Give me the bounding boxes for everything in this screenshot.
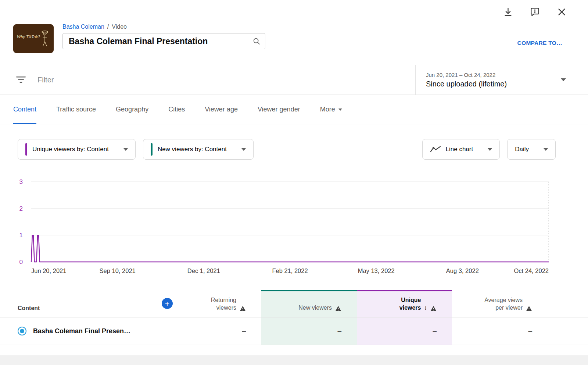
warning-icon [240, 306, 246, 311]
svg-text:May 13, 2022: May 13, 2022 [358, 267, 395, 274]
video-header: Why TikTok? Basha Coleman/Video Basha Co… [0, 24, 588, 65]
row-filler-cell [548, 317, 588, 345]
compare-to-button[interactable]: COMPARE TO… [517, 40, 562, 46]
content-table: Content+Returning viewersNew viewersUniq… [0, 290, 588, 345]
analytics-tabs: ContentTraffic sourceGeographyCitiesView… [0, 95, 588, 124]
video-search-value: Basha Coleman Final Presentation [69, 36, 208, 46]
granularity-dropdown[interactable]: Daily [507, 139, 556, 160]
tab-label: Viewer age [205, 106, 238, 113]
breadcrumb-separator: / [107, 24, 109, 30]
svg-text:Oct 24, 2022: Oct 24, 2022 [514, 267, 549, 274]
content-column-label: Content [18, 305, 40, 312]
tab-viewer-age[interactable]: Viewer age [205, 95, 238, 124]
tab-label: Geography [116, 106, 148, 113]
breadcrumb-channel-link[interactable]: Basha Coleman [62, 24, 104, 30]
warning-icon [526, 306, 532, 311]
bottom-strip [0, 345, 588, 365]
column-label: New viewers [298, 304, 332, 312]
column-header-avg-views-per-viewer[interactable]: Average views per viewer [452, 290, 548, 317]
svg-text:3: 3 [19, 178, 23, 185]
chart-controls: Unique viewers by: Content New viewers b… [18, 139, 556, 160]
date-range-selector[interactable]: Jun 20, 2021 – Oct 24, 2022 Since upload… [415, 65, 588, 95]
download-button[interactable] [503, 7, 513, 17]
search-icon [252, 37, 261, 45]
warning-icon [430, 306, 437, 311]
svg-text:Jun 20, 2021: Jun 20, 2021 [31, 267, 66, 274]
column-label: Average views per viewer [484, 296, 523, 312]
chevron-down-icon [338, 109, 342, 111]
tab-label: Cities [168, 106, 185, 113]
filter-input[interactable]: Filter [0, 65, 415, 95]
video-thumbnail[interactable]: Why TikTok? [13, 24, 54, 53]
filter-placeholder: Filter [37, 76, 54, 84]
sort-descending-icon: ↓ [424, 304, 427, 312]
chart-type-dropdown[interactable]: Line chart [422, 139, 500, 160]
viewers-line-chart[interactable]: 3210Jun 20, 2021Sep 10, 2021Dec 1, 2021F… [0, 173, 588, 283]
svg-text:Aug 3, 2022: Aug 3, 2022 [446, 267, 479, 274]
svg-text:Dec 1, 2021: Dec 1, 2021 [187, 267, 220, 274]
filter-bar: Filter Jun 20, 2021 – Oct 24, 2022 Since… [0, 65, 588, 95]
date-preset-text: Since uploaded (lifetime) [426, 80, 507, 88]
svg-text:Feb 21, 2022: Feb 21, 2022 [272, 267, 308, 274]
tab-label: More [320, 106, 335, 113]
tab-label: Content [13, 106, 36, 113]
row-video-title: Basha Coleman Final Presen… [33, 327, 130, 335]
table-header-row: Content+Returning viewersNew viewersUniq… [0, 290, 588, 317]
add-metric-column-button[interactable]: + [162, 298, 173, 309]
chevron-down-icon [488, 148, 492, 151]
granularity-value: Daily [515, 146, 529, 153]
line-chart-icon [430, 146, 441, 153]
svg-text:2: 2 [19, 205, 23, 212]
new-viewers-color-swatch [151, 143, 153, 156]
column-label: Unique viewers [399, 296, 421, 312]
filter-icon [16, 77, 26, 83]
thumbnail-title-text: Why TikTok? [17, 35, 40, 39]
chevron-down-icon [123, 148, 128, 151]
tab-traffic-source[interactable]: Traffic source [56, 95, 96, 124]
cell-content: Basha Coleman Final Presen… [0, 317, 167, 345]
chevron-down-icon [561, 78, 566, 81]
download-icon [503, 7, 513, 17]
tab-more[interactable]: More [320, 95, 342, 124]
metric-chip-unique-viewers[interactable]: Unique viewers by: Content [18, 139, 136, 160]
feedback-icon [530, 7, 540, 17]
cell-new-viewers: – [261, 317, 357, 345]
unique-viewers-color-swatch [25, 143, 27, 156]
tab-geography[interactable]: Geography [116, 95, 148, 124]
chevron-down-icon [241, 148, 246, 151]
tab-label: Traffic source [56, 106, 96, 113]
tab-viewer-gender[interactable]: Viewer gender [258, 95, 300, 124]
column-label: Returning viewers [211, 296, 236, 312]
svg-text:1: 1 [19, 232, 23, 239]
analytics-page: Why TikTok? Basha Coleman/Video Basha Co… [0, 0, 588, 366]
svg-text:Sep 10, 2021: Sep 10, 2021 [100, 267, 136, 274]
feedback-button[interactable] [530, 7, 540, 17]
chevron-down-icon [544, 148, 548, 151]
cell-avg-views-per-viewer: – [452, 317, 548, 345]
table-row[interactable]: Basha Coleman Final Presen…–––– [0, 317, 588, 345]
cell-unique-viewers: – [357, 317, 452, 345]
thumbnail-figure-sketch [39, 29, 50, 48]
chart-type-value: Line chart [446, 146, 473, 153]
header-filler-cell [548, 290, 588, 317]
column-header-unique-viewers[interactable]: Unique viewers↓ [357, 290, 452, 317]
video-search-input[interactable]: Basha Coleman Final Presentation [62, 33, 265, 49]
close-icon [557, 7, 567, 17]
tab-label: Viewer gender [258, 106, 300, 113]
window-toolbar [0, 0, 588, 24]
svg-text:0: 0 [19, 259, 23, 266]
date-range-text: Jun 20, 2021 – Oct 24, 2022 [426, 72, 507, 78]
tab-content[interactable]: Content [13, 95, 36, 124]
warning-icon [335, 306, 341, 311]
column-header-new-viewers[interactable]: New viewers [261, 290, 357, 317]
series-radio[interactable] [18, 327, 26, 335]
breadcrumb-current: Video [112, 24, 127, 30]
metric-chip-new-viewers[interactable]: New viewers by: Content [143, 139, 254, 160]
column-header-content[interactable]: Content+ [0, 290, 167, 317]
column-header-returning-viewers[interactable]: Returning viewers [167, 290, 261, 317]
tab-cities[interactable]: Cities [168, 95, 185, 124]
close-button[interactable] [557, 7, 567, 17]
breadcrumb: Basha Coleman/Video [62, 24, 265, 30]
cell-returning-viewers: – [167, 317, 261, 345]
